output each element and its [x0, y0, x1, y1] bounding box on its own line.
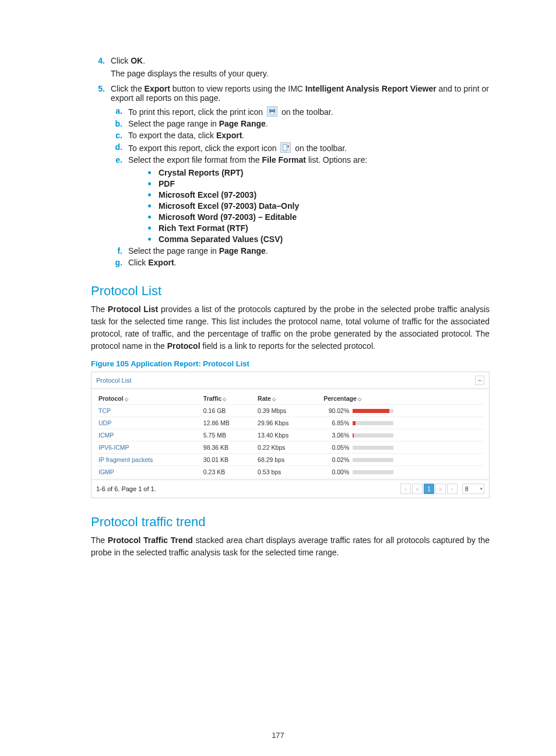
list-item: Microsoft Excel (97-2003) [146, 190, 490, 200]
page-last-button[interactable]: › [447, 484, 458, 494]
page-first-button[interactable]: ‹ [400, 484, 411, 494]
rate-cell: 0.22 Kbps [255, 442, 321, 454]
traffic-cell: 98.36 KB [201, 442, 255, 454]
protocol-link[interactable]: TCP [98, 407, 111, 414]
percentage-cell: 3.06% [321, 429, 484, 442]
substep-a: a. To print this report, click the print… [111, 106, 490, 117]
list-item: Comma Separated Values (CSV) [146, 235, 490, 244]
section-body: The Protocol Traffic Trend stacked area … [91, 534, 490, 559]
col-traffic[interactable]: Traffic◇ [201, 393, 255, 405]
substep-g: g. Click Export. [111, 258, 490, 267]
table-row: ICMP5.75 MB13.40 Kbps3.06% [96, 429, 484, 442]
export-icon [280, 142, 291, 153]
percentage-bar [353, 421, 393, 425]
list-item: Crystal Reports (RPT) [146, 168, 490, 177]
step-marker: 4. [91, 56, 105, 65]
svg-rect-1 [270, 108, 274, 110]
substep-d: d. To export this report, click the expo… [111, 142, 490, 153]
col-protocol[interactable]: Protocol◇ [96, 393, 201, 405]
section-heading-protocol-traffic-trend: Protocol traffic trend [91, 514, 490, 530]
step-4: 4. Click OK. The page displays the resul… [91, 56, 490, 78]
traffic-cell: 5.75 MB [201, 429, 255, 442]
step-5: 5. Click the Export button to view repor… [91, 84, 490, 267]
table-row: IPV6-ICMP98.36 KB0.22 Kbps0.05% [96, 442, 484, 454]
table-row: UDP12.86 MB29.96 Kbps6.85% [96, 417, 484, 429]
table-header-row: Protocol◇ Traffic◇ Rate◇ Percentage◇ [96, 393, 484, 405]
step-marker: 5. [91, 84, 105, 93]
print-icon [267, 106, 277, 117]
chevron-down-icon: ▾ [480, 487, 483, 491]
protocol-link[interactable]: UDP [98, 419, 111, 426]
list-item: Microsoft Excel (97-2003) Data–Only [146, 201, 490, 211]
table-row: TCP0.16 GB0.39 Mbps90.02% [96, 405, 484, 417]
percentage-cell: 0.02% [321, 454, 484, 466]
pagination-status: 1-6 of 6. Page 1 of 1. [96, 485, 156, 492]
list-item: Microsoft Word (97-2003) – Editable [146, 212, 490, 222]
pagination: ‹ « 1 » › 8 ▾ [400, 484, 484, 494]
percentage-bar [353, 458, 393, 462]
substep-e: e. Select the export file format from th… [111, 155, 490, 244]
svg-rect-2 [270, 112, 274, 114]
substep-c: c. To export the data, click Export. [111, 131, 490, 140]
card-title: Protocol List [96, 377, 132, 384]
page-number: 177 [0, 731, 556, 740]
rate-cell: 29.96 Kbps [255, 417, 321, 429]
sort-icon: ◇ [357, 397, 361, 402]
step-text: Click OK. [111, 56, 145, 65]
collapse-button[interactable]: − [475, 376, 484, 385]
section-body: The Protocol List provides a list of the… [91, 303, 490, 352]
page-size-select[interactable]: 8 ▾ [462, 484, 484, 494]
substep-list: a. To print this report, click the print… [111, 106, 490, 267]
page: 4. Click OK. The page displays the resul… [0, 0, 556, 756]
rate-cell: 13.40 Kbps [255, 429, 321, 442]
substep-marker: e. [111, 155, 122, 164]
list-item: Rich Text Format (RTF) [146, 223, 490, 233]
protocol-list-card: Protocol List − Protocol◇ Traffic◇ Rate◇… [91, 372, 490, 498]
svg-rect-3 [283, 145, 287, 150]
protocol-link[interactable]: IPV6-ICMP [98, 444, 129, 451]
substep-marker: f. [111, 246, 122, 256]
sort-icon: ◇ [221, 397, 226, 402]
percentage-cell: 6.85% [321, 417, 484, 429]
substep-marker: a. [111, 106, 122, 116]
page-next-button[interactable]: » [435, 484, 446, 494]
step-subtext: The page displays the results of your qu… [111, 69, 490, 78]
table-row: IP fragment packets30.01 KB68.29 bps0.02… [96, 454, 484, 466]
sort-icon: ◇ [124, 397, 128, 402]
substep-marker: d. [111, 142, 122, 152]
percentage-bar [353, 433, 393, 438]
rate-cell: 68.29 bps [255, 454, 321, 466]
protocol-link[interactable]: ICMP [98, 432, 114, 439]
percentage-bar [353, 470, 393, 474]
traffic-cell: 30.01 KB [201, 454, 255, 466]
percentage-cell: 90.02% [321, 405, 484, 417]
figure-caption: Figure 105 Application Report: Protocol … [91, 359, 490, 368]
page-prev-button[interactable]: « [412, 484, 423, 494]
col-percentage[interactable]: Percentage◇ [321, 393, 484, 405]
percentage-bar [353, 446, 393, 450]
col-rate[interactable]: Rate◇ [255, 393, 321, 405]
traffic-cell: 0.23 KB [201, 466, 255, 478]
table-footer: 1-6 of 6. Page 1 of 1. ‹ « 1 » › 8 ▾ [92, 480, 489, 498]
format-list: Crystal Reports (RPT) PDF Microsoft Exce… [146, 168, 490, 244]
rate-cell: 0.39 Mbps [255, 405, 321, 417]
rate-cell: 0.53 bps [255, 466, 321, 478]
protocol-link[interactable]: IP fragment packets [98, 456, 153, 463]
step-text: Click the Export button to view reports … [111, 84, 489, 103]
traffic-cell: 12.86 MB [201, 417, 255, 429]
percentage-cell: 0.00% [321, 466, 484, 478]
traffic-cell: 0.16 GB [201, 405, 255, 417]
substep-marker: g. [111, 258, 122, 267]
substep-marker: c. [111, 131, 122, 140]
section-heading-protocol-list: Protocol List [91, 284, 490, 299]
page-number-button[interactable]: 1 [424, 484, 434, 494]
page-size-value: 8 [465, 486, 469, 492]
protocol-table: Protocol◇ Traffic◇ Rate◇ Percentage◇ TCP… [96, 393, 484, 478]
substep-f: f. Select the page range in Page Range. [111, 246, 490, 256]
sort-icon: ◇ [271, 397, 276, 402]
step-list: 4. Click OK. The page displays the resul… [91, 56, 490, 267]
substep-marker: b. [111, 119, 122, 128]
percentage-cell: 0.05% [321, 442, 484, 454]
list-item: PDF [146, 179, 490, 188]
protocol-link[interactable]: IGMP [98, 468, 114, 475]
